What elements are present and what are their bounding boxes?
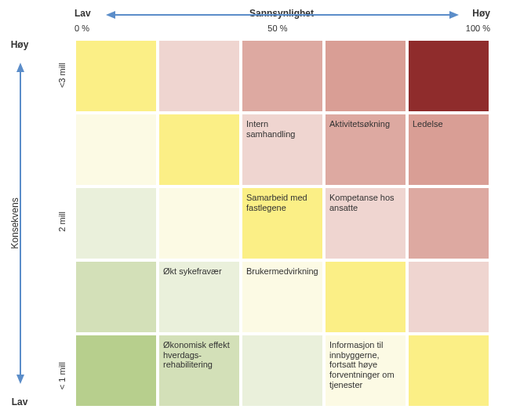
heatmap-cell-r2-c0: [75, 186, 158, 260]
heatmap-cell-r4-c4: [407, 334, 490, 407]
x-axis-title: Sannsynlighet: [249, 8, 314, 19]
heatmap-cell-r3-c0: [75, 260, 158, 334]
x-high-label: Høy: [472, 8, 490, 19]
x-low-label: Lav: [75, 8, 91, 19]
y-tick-mid: 2 mill: [57, 212, 67, 232]
heatmap-cell-r2-c3: Kompetanse hos ansatte: [324, 186, 407, 260]
heatmap-cell-r4-c3: Informasjon til innbyggerne, fortsatt hø…: [324, 334, 407, 407]
heatmap-cell-r0-c3: [324, 39, 407, 113]
heatmap-cell-r4-c2: [241, 334, 324, 407]
heatmap-cell-r1-c4: Ledelse: [407, 113, 490, 186]
y-high-label: Høy: [11, 39, 29, 50]
x-axis-arrow-icon: [106, 14, 459, 16]
heatmap-cell-r0-c2: [241, 39, 324, 113]
y-low-label: Lav: [12, 396, 28, 407]
heatmap-cell-r3-c2: Brukermedvirkning: [241, 260, 324, 334]
heatmap-cell-r3-c4: [407, 260, 490, 334]
heatmap-cell-r3-c3: [324, 260, 407, 334]
heatmap-cell-r4-c1: Økonomisk effekt hverdags-rehabilitering: [158, 334, 241, 407]
heatmap-cell-r0-c4: [407, 39, 490, 113]
y-ticks: <3 mill 2 mill < 1 mill: [51, 39, 75, 407]
heatmap-cell-r1-c2: Intern samhandling: [241, 113, 324, 186]
x-tick-low: 0 %: [75, 24, 89, 33]
x-tick-mid: 50 %: [267, 24, 287, 33]
y-axis-title: Konsekvens: [9, 197, 20, 248]
heatmap-cell-r0-c0: [75, 39, 158, 113]
heatmap-cell-r1-c3: Aktivitetsøkning: [324, 113, 407, 186]
heatmap-cell-r2-c1: [158, 186, 241, 260]
y-tick-low: < 1 mill: [57, 362, 67, 389]
risk-matrix: Lav Sannsynlighet Høy 0 % 50 % 100 % Høy…: [8, 8, 523, 412]
heatmap-cell-r0-c1: [158, 39, 241, 113]
heatmap-cell-r4-c0: [75, 334, 158, 407]
heatmap-grid: Intern samhandlingAktivitetsøkningLedels…: [75, 39, 490, 407]
heatmap-cell-r1-c0: [75, 113, 158, 186]
heatmap-cell-r3-c1: Økt sykefravær: [158, 260, 241, 334]
x-tick-high: 100 %: [466, 24, 490, 33]
heatmap-cell-r1-c1: [158, 113, 241, 186]
heatmap-cell-r2-c2: Samarbeid med fastlegene: [241, 186, 324, 260]
heatmap-cell-r2-c4: [407, 186, 490, 260]
y-axis: Høy Lav Konsekvens: [8, 39, 51, 407]
x-axis: Lav Sannsynlighet Høy 0 % 50 % 100 %: [75, 8, 490, 39]
y-tick-high: <3 mill: [57, 63, 67, 88]
